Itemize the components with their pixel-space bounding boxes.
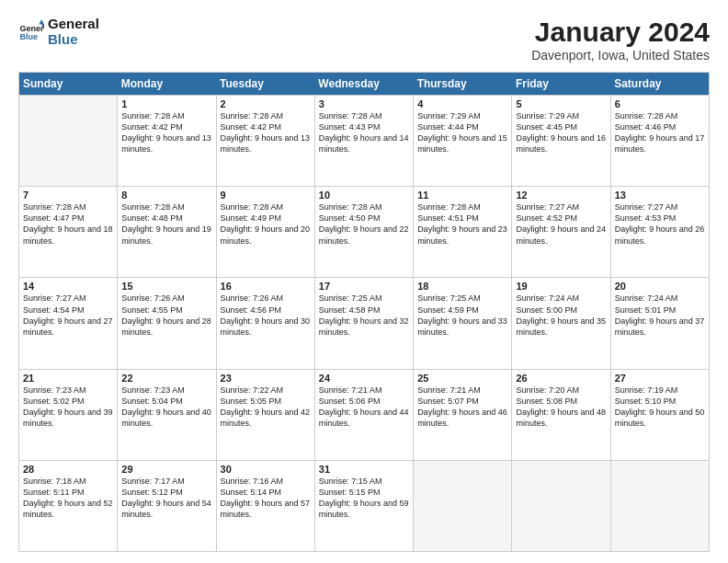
- day-info: Sunrise: 7:27 AMSunset: 4:54 PMDaylight:…: [23, 293, 113, 338]
- day-number: 28: [23, 464, 113, 475]
- day-info: Sunrise: 7:28 AMSunset: 4:48 PMDaylight:…: [121, 201, 211, 247]
- day-info: Sunrise: 7:15 AMSunset: 5:15 PMDaylight:…: [319, 476, 409, 521]
- calendar-cell: 18Sunrise: 7:25 AMSunset: 4:59 PMDayligh…: [414, 278, 512, 369]
- day-number: 24: [319, 373, 409, 384]
- day-info: Sunrise: 7:26 AMSunset: 4:55 PMDaylight:…: [121, 293, 211, 338]
- calendar-cell: 21Sunrise: 7:23 AMSunset: 5:02 PMDayligh…: [19, 369, 118, 460]
- calendar-cell: 9Sunrise: 7:28 AMSunset: 4:49 PMDaylight…: [216, 187, 314, 278]
- calendar-cell: 7Sunrise: 7:28 AMSunset: 4:47 PMDaylight…: [19, 187, 118, 278]
- day-number: 15: [121, 281, 211, 292]
- day-info: Sunrise: 7:29 AMSunset: 4:44 PMDaylight:…: [417, 110, 507, 155]
- logo-blue: Blue: [48, 32, 99, 48]
- calendar-cell: 20Sunrise: 7:24 AMSunset: 5:01 PMDayligh…: [610, 278, 709, 369]
- calendar-week-row: 21Sunrise: 7:23 AMSunset: 5:02 PMDayligh…: [19, 369, 710, 460]
- page-title: January 2024: [531, 17, 710, 48]
- day-number: 31: [319, 464, 409, 475]
- day-number: 2: [221, 98, 311, 109]
- calendar-cell: 14Sunrise: 7:27 AMSunset: 4:54 PMDayligh…: [19, 278, 118, 369]
- day-number: 14: [23, 281, 113, 292]
- calendar-cell: [414, 460, 512, 551]
- day-info: Sunrise: 7:28 AMSunset: 4:46 PMDaylight:…: [615, 110, 705, 155]
- day-number: 9: [221, 190, 311, 201]
- calendar-week-row: 14Sunrise: 7:27 AMSunset: 4:54 PMDayligh…: [19, 278, 710, 369]
- day-info: Sunrise: 7:21 AMSunset: 5:07 PMDaylight:…: [417, 385, 507, 430]
- day-info: Sunrise: 7:18 AMSunset: 5:11 PMDaylight:…: [23, 476, 113, 521]
- day-number: 27: [615, 373, 705, 384]
- svg-marker-2: [39, 19, 44, 25]
- day-number: 23: [221, 373, 311, 384]
- calendar-cell: 24Sunrise: 7:21 AMSunset: 5:06 PMDayligh…: [314, 369, 413, 460]
- day-number: 30: [221, 464, 311, 475]
- day-info: Sunrise: 7:19 AMSunset: 5:10 PMDaylight:…: [615, 385, 705, 430]
- calendar-cell: 8Sunrise: 7:28 AMSunset: 4:48 PMDaylight…: [118, 187, 216, 278]
- day-info: Sunrise: 7:23 AMSunset: 5:02 PMDaylight:…: [23, 385, 113, 430]
- weekday-header: Tuesday: [216, 73, 314, 96]
- calendar-cell: [610, 460, 709, 551]
- calendar-table: SundayMondayTuesdayWednesdayThursdayFrid…: [18, 72, 710, 552]
- calendar-cell: 27Sunrise: 7:19 AMSunset: 5:10 PMDayligh…: [610, 369, 709, 460]
- day-info: Sunrise: 7:23 AMSunset: 5:04 PMDaylight:…: [121, 385, 211, 430]
- calendar-week-row: 28Sunrise: 7:18 AMSunset: 5:11 PMDayligh…: [19, 460, 710, 551]
- day-info: Sunrise: 7:28 AMSunset: 4:50 PMDaylight:…: [319, 201, 409, 247]
- calendar-cell: 19Sunrise: 7:24 AMSunset: 5:00 PMDayligh…: [512, 278, 610, 369]
- day-number: 17: [319, 281, 409, 292]
- day-number: 12: [516, 190, 606, 201]
- day-info: Sunrise: 7:25 AMSunset: 4:59 PMDaylight:…: [417, 293, 507, 338]
- calendar-cell: 5Sunrise: 7:29 AMSunset: 4:45 PMDaylight…: [512, 96, 610, 187]
- day-number: 7: [23, 190, 113, 201]
- day-number: 4: [417, 98, 507, 109]
- weekday-header: Wednesday: [314, 73, 413, 96]
- svg-text:General: General: [19, 23, 44, 32]
- day-number: 13: [615, 190, 705, 201]
- day-info: Sunrise: 7:25 AMSunset: 4:58 PMDaylight:…: [319, 293, 409, 338]
- day-number: 25: [417, 373, 507, 384]
- day-info: Sunrise: 7:24 AMSunset: 5:00 PMDaylight:…: [516, 293, 606, 338]
- calendar-cell: 22Sunrise: 7:23 AMSunset: 5:04 PMDayligh…: [118, 369, 216, 460]
- day-number: 19: [516, 281, 606, 292]
- day-number: 18: [417, 281, 507, 292]
- calendar-week-row: 1Sunrise: 7:28 AMSunset: 4:42 PMDaylight…: [19, 96, 710, 187]
- day-info: Sunrise: 7:27 AMSunset: 4:52 PMDaylight:…: [516, 201, 606, 247]
- calendar-cell: 4Sunrise: 7:29 AMSunset: 4:44 PMDaylight…: [414, 96, 512, 187]
- day-number: 21: [23, 373, 113, 384]
- day-info: Sunrise: 7:21 AMSunset: 5:06 PMDaylight:…: [319, 385, 409, 430]
- day-info: Sunrise: 7:27 AMSunset: 4:53 PMDaylight:…: [615, 201, 705, 247]
- day-info: Sunrise: 7:17 AMSunset: 5:12 PMDaylight:…: [121, 476, 211, 521]
- page: General Blue General Blue January 2024 D…: [0, 0, 728, 563]
- day-number: 16: [221, 281, 311, 292]
- day-info: Sunrise: 7:28 AMSunset: 4:42 PMDaylight:…: [121, 110, 211, 155]
- calendar-cell: 1Sunrise: 7:28 AMSunset: 4:42 PMDaylight…: [118, 96, 216, 187]
- day-number: 11: [417, 190, 507, 201]
- calendar-cell: 29Sunrise: 7:17 AMSunset: 5:12 PMDayligh…: [118, 460, 216, 551]
- day-number: 6: [615, 98, 705, 109]
- day-number: 22: [121, 373, 211, 384]
- calendar-cell: 23Sunrise: 7:22 AMSunset: 5:05 PMDayligh…: [216, 369, 314, 460]
- calendar-cell: 28Sunrise: 7:18 AMSunset: 5:11 PMDayligh…: [19, 460, 118, 551]
- day-number: 5: [516, 98, 606, 109]
- day-info: Sunrise: 7:16 AMSunset: 5:14 PMDaylight:…: [221, 476, 311, 521]
- day-info: Sunrise: 7:28 AMSunset: 4:49 PMDaylight:…: [221, 201, 311, 247]
- day-number: 3: [319, 98, 409, 109]
- calendar-cell: [512, 460, 610, 551]
- title-block: January 2024 Davenport, Iowa, United Sta…: [531, 17, 710, 63]
- calendar-header-row: SundayMondayTuesdayWednesdayThursdayFrid…: [19, 73, 710, 96]
- weekday-header: Thursday: [414, 73, 512, 96]
- page-subtitle: Davenport, Iowa, United States: [531, 48, 710, 63]
- calendar-week-row: 7Sunrise: 7:28 AMSunset: 4:47 PMDaylight…: [19, 187, 710, 278]
- calendar-cell: 12Sunrise: 7:27 AMSunset: 4:52 PMDayligh…: [512, 187, 610, 278]
- day-number: 10: [319, 190, 409, 201]
- day-info: Sunrise: 7:29 AMSunset: 4:45 PMDaylight:…: [516, 110, 606, 155]
- calendar-cell: [19, 96, 118, 187]
- day-number: 8: [121, 190, 211, 201]
- day-info: Sunrise: 7:20 AMSunset: 5:08 PMDaylight:…: [516, 385, 606, 430]
- calendar-cell: 10Sunrise: 7:28 AMSunset: 4:50 PMDayligh…: [314, 187, 413, 278]
- weekday-header: Saturday: [610, 73, 709, 96]
- calendar-cell: 13Sunrise: 7:27 AMSunset: 4:53 PMDayligh…: [610, 187, 709, 278]
- weekday-header: Sunday: [19, 73, 118, 96]
- day-info: Sunrise: 7:28 AMSunset: 4:51 PMDaylight:…: [417, 201, 507, 247]
- logo-icon: General Blue: [18, 19, 44, 45]
- logo: General Blue General Blue: [18, 17, 99, 47]
- weekday-header: Monday: [118, 73, 216, 96]
- calendar-cell: 25Sunrise: 7:21 AMSunset: 5:07 PMDayligh…: [414, 369, 512, 460]
- day-info: Sunrise: 7:22 AMSunset: 5:05 PMDaylight:…: [221, 385, 311, 430]
